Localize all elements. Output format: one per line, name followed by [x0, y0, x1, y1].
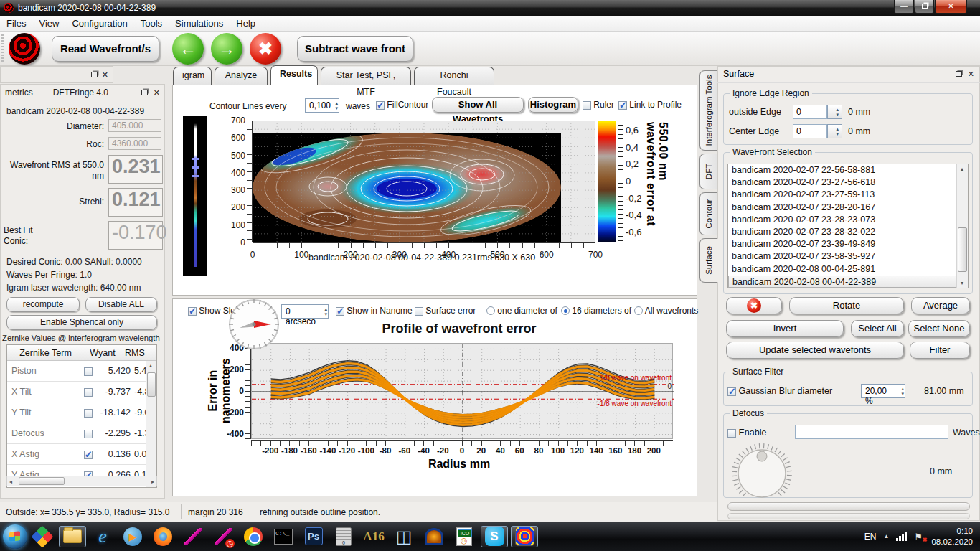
show-nanometers-checkbox[interactable]: Show in Nanome — [336, 306, 413, 316]
zernike-row-x-astig[interactable]: X Astig0.1360.056 — [7, 444, 156, 465]
wavefront-list-item[interactable]: bandicam 2020-02-07 23-58-35-927 — [728, 250, 968, 263]
cube-3d-icon[interactable]: ◫ — [393, 526, 415, 547]
next-wavefront-button[interactable]: → — [211, 33, 242, 65]
wavefront-list-item[interactable]: bandicam 2020-02-07 23-27-56-618 — [728, 176, 968, 189]
tab-results[interactable]: Results — [270, 65, 318, 85]
center-edge-spinner[interactable]: ▴▾ — [827, 124, 842, 138]
side-tab-interferogram-tools[interactable]: Interferogram Tools — [699, 70, 717, 151]
filter-button[interactable]: Filter — [910, 342, 970, 359]
center-edge-field[interactable]: 0 — [793, 124, 827, 138]
surface-error-checkbox[interactable]: Surface error — [415, 306, 476, 316]
profile-angle-dial[interactable] — [227, 297, 281, 352]
float-dock-icon[interactable] — [91, 72, 98, 77]
audio-editor-icon[interactable] — [423, 526, 445, 547]
fillcontour-checkbox[interactable]: FillContour — [376, 100, 428, 110]
delete-wavefront-button[interactable]: ✖ — [250, 33, 281, 65]
recompute-button[interactable]: recompute — [6, 297, 80, 312]
select-all-button[interactable]: Select All — [851, 320, 904, 337]
zernike-vscroll-thumb[interactable] — [147, 372, 156, 397]
dftfringe-icon[interactable] — [511, 526, 538, 547]
firefox-icon[interactable] — [152, 526, 174, 547]
zernike-row-defocus[interactable]: Defocus-2.295-1.32 — [7, 423, 156, 444]
float-metrics-icon[interactable] — [141, 90, 148, 95]
chrome-icon[interactable] — [242, 526, 264, 547]
wavefront-list-item[interactable]: bandicam 2020-02-07 23-28-23-073 — [728, 214, 968, 226]
gaussian-percent-spinner[interactable]: 20,00 % ▴▾ — [861, 384, 905, 398]
float-surface-icon[interactable] — [956, 71, 962, 77]
wavefront-list[interactable]: bandicam 2020-02-07 22-56-58-881bandicam… — [727, 164, 969, 288]
defocus-enable-checkbox[interactable]: Enable — [727, 428, 766, 438]
zernike-col-wyant[interactable]: Wyant — [80, 348, 125, 358]
spin-down-icon[interactable]: ▾ — [335, 105, 338, 110]
explorer-icon[interactable] — [59, 526, 86, 547]
diameter-field[interactable]: 405.000 — [108, 119, 161, 132]
zernike-checkbox[interactable] — [80, 366, 96, 376]
checkbox-icon[interactable] — [84, 367, 93, 376]
enable-spherical-button[interactable]: Enable Spherical only — [6, 315, 157, 330]
defocus-waves-field[interactable] — [795, 425, 948, 439]
close-surface-icon[interactable]: ✕ — [968, 70, 974, 77]
internet-explorer-icon[interactable]: e — [92, 526, 113, 547]
average-button[interactable]: Average — [911, 297, 970, 314]
language-indicator[interactable]: EN — [864, 532, 877, 542]
side-tab-surface[interactable]: Surface — [699, 238, 718, 283]
defocus-slider[interactable] — [727, 502, 970, 511]
network-signal-icon[interactable] — [896, 532, 907, 541]
toolbar-handle[interactable] — [1, 34, 4, 63]
tab-igram[interactable]: igram — [173, 67, 212, 85]
ruler-checkbox[interactable]: Ruler — [583, 100, 614, 110]
pen-clock-icon[interactable] — [212, 526, 234, 547]
menu-item-view[interactable]: View — [32, 17, 65, 30]
disable-all-button[interactable]: Disable ALL — [85, 297, 157, 312]
command-prompt-icon[interactable]: C:\_ — [273, 526, 294, 547]
zernike-checkbox[interactable] — [80, 449, 96, 459]
start-button[interactable] — [3, 524, 27, 549]
skype-icon[interactable]: S — [481, 526, 508, 547]
zernike-checkbox[interactable] — [80, 428, 96, 438]
zernike-vscrollbar[interactable]: ▴ ▾ — [146, 361, 156, 487]
minimize-button[interactable]: — — [894, 0, 914, 14]
zernike-checkbox[interactable] — [80, 387, 96, 397]
wavefront-list-item[interactable]: bandicam 2020-02-08 00-04-25-891 — [728, 263, 968, 276]
tab-analyze[interactable]: Analyze — [215, 67, 268, 85]
menu-item-configuration[interactable]: Configuration — [65, 17, 133, 30]
spin-up-icon[interactable]: ▴ — [324, 306, 327, 311]
fringe-logo-icon[interactable] — [9, 33, 40, 65]
gaussian-blur-checkbox[interactable]: Gaussian Blur diameter — [727, 386, 832, 396]
side-tab-contour[interactable]: Contour — [699, 192, 717, 235]
wavefront-side-thumbnail[interactable] — [183, 116, 207, 276]
menu-item-files[interactable]: Files — [0, 17, 32, 30]
zernike-row-y-tilt[interactable]: Y Tilt-18.142-9.0 — [7, 402, 156, 423]
wavefront-list-item[interactable]: bandicam 2020-02-07 22-56-58-881 — [728, 164, 968, 176]
photoshop-icon[interactable]: Ps — [303, 526, 324, 547]
invert-button[interactable]: Invert — [726, 320, 844, 337]
zernike-hscrollbar[interactable]: ◂ ▸ — [6, 476, 157, 486]
checkbox-checked-icon[interactable] — [84, 451, 93, 459]
outside-edge-spinner[interactable]: ▴▾ — [827, 105, 842, 119]
side-tab-dft[interactable]: DFT — [699, 154, 717, 189]
wavefront-contour-map[interactable] — [253, 121, 595, 242]
clock[interactable]: 0:10 08.02.2020 — [931, 526, 973, 547]
media-player-icon[interactable]: ▶ — [122, 526, 143, 547]
read-wavefronts-button[interactable]: Read Wavefront/s — [52, 36, 159, 62]
wavefront-list-item[interactable]: bandicam 2020-02-07 23-28-20-167 — [728, 202, 968, 214]
spin-down-icon[interactable]: ▾ — [324, 311, 327, 316]
wavefront-list-scrollbar[interactable]: ▴ ▾ — [956, 164, 968, 288]
ico-file-icon[interactable] — [453, 526, 475, 547]
spin-up-icon[interactable]: ▴ — [335, 100, 338, 105]
menu-item-simulations[interactable]: Simulations — [169, 17, 230, 30]
scroll-up-icon[interactable]: ▴ — [149, 362, 152, 369]
pen-tool-icon[interactable] — [182, 526, 204, 547]
one-diameter-radio[interactable]: one diameter of — [486, 306, 557, 316]
calculator-icon[interactable]: 0 — [333, 526, 354, 547]
scroll-left-icon[interactable]: ◂ — [9, 479, 12, 485]
zernike-checkbox[interactable] — [80, 408, 96, 418]
wavefront-list-item[interactable]: bandicam 2020-02-07 23-27-59-113 — [728, 189, 968, 201]
sixteen-diameters-radio[interactable]: 16 diameters of — [561, 306, 631, 316]
defocus-slider-secondary[interactable] — [727, 513, 970, 519]
select-none-button[interactable]: Select None — [908, 320, 970, 337]
checkbox-icon[interactable] — [84, 430, 93, 438]
histogram-button[interactable]: Histogram — [528, 97, 578, 113]
link-to-profile-checkbox[interactable]: Link to Profile — [618, 100, 682, 110]
scroll-right-icon[interactable]: ▸ — [151, 479, 154, 485]
